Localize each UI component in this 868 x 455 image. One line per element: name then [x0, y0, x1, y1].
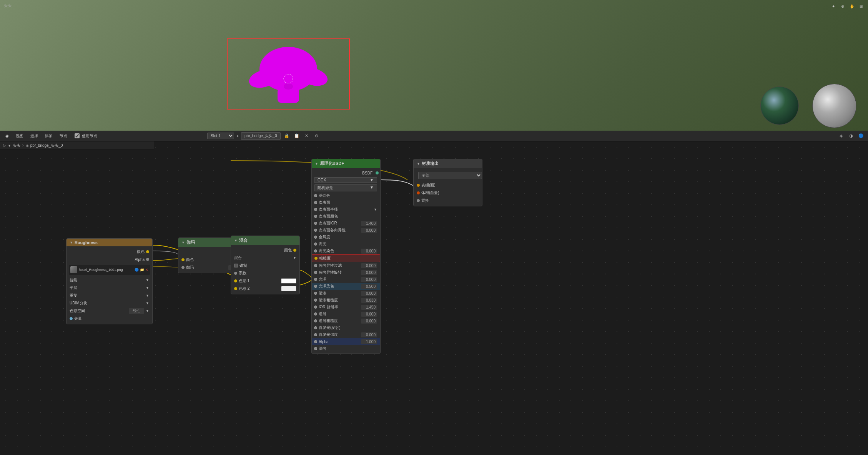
bsdf-roughness-row[interactable]: 粗糙度 [312, 254, 380, 262]
roughness-collapse-arrow[interactable]: ▼ [70, 241, 73, 244]
toolbar-save-btn[interactable]: 🔒 [283, 132, 291, 140]
toolbar-close-btn[interactable]: ✕ [303, 132, 311, 140]
bsdf-transrough-socket[interactable] [314, 319, 317, 322]
breadcrumb-head[interactable]: 头头 [13, 143, 20, 148]
gamma-value-socket[interactable] [181, 266, 185, 269]
bsdf-clearcoatrough-value[interactable]: 0.030 [361, 298, 377, 303]
bsdf-sheentint-socket[interactable] [314, 285, 317, 288]
roughness-smart-arrow[interactable]: ▼ [146, 278, 149, 282]
viewport-icon-4[interactable]: ⊞ [858, 3, 864, 9]
roughness-pin-icon[interactable]: 🔵 [135, 268, 139, 272]
bsdf-clearcoatrough-socket[interactable] [314, 299, 317, 302]
overlay-btn[interactable]: ◈ [837, 132, 845, 140]
sssradius-arrow[interactable]: ▼ [374, 208, 377, 211]
bsdf-sssaniso-value[interactable]: 0.000 [361, 228, 377, 233]
matout-collapse-arrow[interactable]: ▼ [417, 162, 420, 166]
mix-color-out-socket[interactable] [293, 249, 296, 252]
matout-volume-socket[interactable] [417, 191, 420, 194]
roughness-vector-socket[interactable] [70, 317, 73, 320]
roughness-repeat-arrow[interactable]: ▼ [146, 294, 149, 297]
bsdf-output-socket[interactable] [376, 171, 379, 174]
mix-node-header[interactable]: ▼ 混合 [231, 236, 299, 245]
bsdf-sheen-socket[interactable] [314, 278, 317, 281]
bsdf-ssscolor-socket[interactable] [314, 215, 317, 218]
toolbar-add-btn[interactable]: 添加 [43, 133, 55, 139]
viewport-shade-btn[interactable]: ◑ [847, 132, 855, 140]
mix-color1-swatch[interactable] [281, 278, 296, 284]
bsdf-subsurface-socket[interactable] [314, 201, 317, 204]
mix-color2-swatch[interactable] [281, 286, 296, 291]
roughness-alpha-socket[interactable] [146, 258, 149, 261]
bsdf-node-header[interactable]: ▼ 原理化BSDF [312, 159, 380, 168]
toolbar-pin-btn[interactable]: 📋 [293, 132, 301, 140]
bsdf-transmission-value[interactable]: 0.000 [361, 312, 377, 317]
mix-clamp-checkbox[interactable] [234, 264, 238, 267]
bsdf-aniso-value[interactable]: 0.000 [361, 263, 377, 268]
matout-surface-socket[interactable] [417, 184, 420, 187]
viewport-icon-2[interactable]: ⊕ [840, 3, 846, 9]
bsdf-collapse-arrow[interactable]: ▼ [315, 162, 318, 166]
bsdf-basecolor-socket[interactable] [314, 194, 317, 197]
matout-target-select[interactable]: 全部 [418, 172, 482, 179]
toolbar-star-btn[interactable]: ⊙ [313, 132, 321, 140]
mix-factor-socket[interactable] [234, 272, 237, 275]
bsdf-anisorot-socket[interactable] [314, 271, 317, 274]
roughness-folder-icon[interactable]: 📁 [140, 268, 144, 272]
mix-color1-socket[interactable] [234, 279, 237, 282]
bsdf-sssior-value[interactable]: 1.400 [361, 221, 377, 226]
bsdf-anisorot-value[interactable]: 0.000 [361, 270, 377, 275]
mix-collapse-arrow[interactable]: ▼ [234, 239, 238, 242]
roughness-udim-arrow[interactable]: ▼ [146, 301, 149, 305]
bsdf-sssradius-socket[interactable] [314, 208, 317, 211]
bsdf-transmission-socket[interactable] [314, 312, 317, 316]
bsdf-speculartint-socket[interactable] [314, 249, 317, 252]
bsdf-transrough-value[interactable]: 0.000 [361, 319, 377, 324]
bsdf-roughness-socket[interactable] [314, 257, 318, 260]
viewport-icon-3[interactable]: ✋ [849, 3, 855, 9]
env-sphere-hdri[interactable] [760, 86, 799, 125]
bsdf-sheentint-value[interactable]: 0.500 [361, 284, 377, 289]
bsdf-ior-socket[interactable] [314, 306, 317, 309]
use-nodes-checkbox[interactable] [75, 133, 80, 138]
bsdf-specular-socket[interactable] [314, 242, 317, 246]
material-output-header[interactable]: ▼ 材质输出 [414, 159, 482, 168]
slot-select[interactable]: Slot 1 [207, 133, 234, 139]
node-canvas[interactable]: ▼ Roughness 颜色 Alpha houzi_Roughness [0, 141, 868, 455]
mix-color2-socket[interactable] [234, 287, 237, 290]
bsdf-sssior-socket[interactable] [314, 222, 317, 225]
bsdf-metallic-socket[interactable] [314, 236, 317, 239]
toolbar-select-btn[interactable]: 选择 [28, 133, 40, 139]
matout-displace-socket[interactable] [417, 199, 420, 202]
bsdf-sheen-value[interactable]: 0.000 [361, 277, 377, 282]
bsdf-speculartint-value[interactable]: 0.000 [361, 249, 377, 254]
breadcrumb-material[interactable]: pbr_bridge_头头_0 [30, 143, 63, 148]
roughness-color-socket[interactable] [146, 250, 149, 253]
roughness-close-icon[interactable]: ✕ [145, 268, 148, 272]
bsdf-sss-select[interactable]: 随机游走 ▼ [314, 184, 377, 191]
gamma-color-in-socket[interactable] [181, 258, 185, 261]
bsdf-ior-row: IOR 折射率 1.450 [312, 304, 380, 311]
roughness-flat-arrow[interactable]: ▼ [146, 286, 149, 290]
viewport-icon-1[interactable]: ✦ [830, 3, 836, 9]
toolbar-node-btn[interactable]: 节点 [57, 133, 70, 139]
toolbar-mode-btn[interactable]: ◉ [3, 133, 11, 139]
lock-btn[interactable]: 🔵 [857, 132, 865, 140]
mix-type-arrow[interactable]: ▼ [293, 256, 296, 260]
bsdf-emissionstrength-value[interactable]: 0.000 [361, 332, 377, 337]
roughness-node-header[interactable]: ▼ Roughness [67, 239, 152, 246]
bsdf-alpha-value[interactable]: 1.000 [361, 339, 377, 344]
bsdf-sssaniso-socket[interactable] [314, 229, 317, 232]
bsdf-emission-socket[interactable] [314, 326, 317, 329]
bsdf-clearcoat-socket[interactable] [314, 292, 317, 295]
bsdf-ior-value[interactable]: 1.450 [361, 305, 377, 310]
bsdf-alpha-socket[interactable] [314, 340, 317, 343]
roughness-colorspace-arrow[interactable]: ▼ [146, 309, 149, 313]
bsdf-emissionstrength-socket[interactable] [314, 333, 317, 336]
bsdf-clearcoat-value[interactable]: 0.000 [361, 291, 377, 296]
bsdf-aniso-socket[interactable] [314, 264, 317, 267]
env-sphere-material[interactable] [812, 84, 856, 128]
bsdf-normal-socket[interactable] [314, 347, 317, 350]
gamma-collapse-arrow[interactable]: ▼ [181, 241, 185, 244]
bsdf-distribution-select[interactable]: GGX ▼ [314, 177, 377, 183]
toolbar-view-btn[interactable]: 视图 [13, 133, 26, 139]
